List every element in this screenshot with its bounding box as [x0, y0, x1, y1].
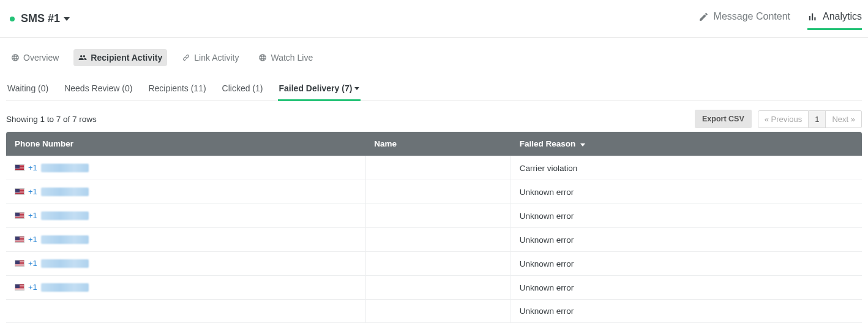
redacted-phone	[41, 188, 89, 196]
us-flag-icon	[15, 164, 24, 171]
subnav-overview[interactable]: Overview	[6, 49, 64, 66]
col-failed-reason[interactable]: Failed Reason	[511, 132, 862, 156]
analytics-label: Analytics	[823, 11, 862, 22]
tab-recipients-label: Recipients (11)	[148, 83, 206, 93]
subnav-recipient-activity[interactable]: Recipient Activity	[73, 49, 167, 66]
pager-prev[interactable]: « Previous	[758, 110, 809, 128]
cell-phone: +1	[6, 227, 365, 251]
phone-link[interactable]: +1	[15, 259, 89, 268]
phone-link[interactable]: +1	[15, 235, 89, 244]
country-code: +1	[28, 211, 37, 220]
pager: « Previous 1 Next »	[758, 110, 862, 128]
cell-name	[365, 275, 511, 299]
table-row: Unknown error	[6, 299, 862, 323]
tab-failed-delivery-label: Failed Delivery (7)	[279, 83, 353, 93]
country-code: +1	[28, 187, 37, 196]
users-icon	[78, 53, 87, 62]
message-content-label: Message Content	[714, 11, 790, 22]
redacted-phone	[41, 211, 89, 220]
tab-needs-review-label: Needs Review (0)	[64, 83, 132, 93]
us-flag-icon	[15, 260, 24, 267]
top-bar-right: Message Content Analytics	[698, 7, 862, 30]
tab-waiting[interactable]: Waiting (0)	[6, 78, 50, 101]
cell-phone: +1	[6, 275, 365, 299]
tab-clicked-label: Clicked (1)	[222, 83, 263, 93]
us-flag-icon	[15, 188, 24, 195]
col-name-label: Name	[374, 139, 397, 148]
subnav-link-activity[interactable]: Link Activity	[177, 49, 244, 66]
cell-failed-reason: Unknown error	[511, 275, 862, 299]
table-row: +1Unknown error	[6, 227, 862, 251]
failed-delivery-table: Phone Number Name Failed Reason +1Carrie…	[6, 132, 862, 323]
cell-name	[365, 156, 511, 180]
cell-name	[365, 180, 511, 204]
phone-link[interactable]: +1	[15, 187, 89, 196]
col-phone-label: Phone Number	[15, 139, 73, 148]
cell-failed-reason: Unknown error	[511, 180, 862, 204]
cell-name	[365, 299, 511, 323]
col-phone[interactable]: Phone Number	[6, 132, 365, 156]
caret-down-icon	[354, 87, 359, 90]
tab-needs-review[interactable]: Needs Review (0)	[63, 78, 133, 101]
tab-clicked[interactable]: Clicked (1)	[221, 78, 264, 101]
table-row: +1Unknown error	[6, 251, 862, 275]
tabs-row: Waiting (0) Needs Review (0) Recipients …	[6, 78, 862, 101]
cell-phone: +1	[6, 180, 365, 204]
table-row: +1Unknown error	[6, 180, 862, 204]
tab-recipients[interactable]: Recipients (11)	[147, 78, 207, 101]
cell-name	[365, 251, 511, 275]
status-indicator	[10, 17, 15, 21]
phone-link[interactable]: +1	[15, 283, 89, 292]
sort-caret-icon	[580, 143, 585, 146]
country-code: +1	[28, 235, 37, 244]
cell-phone: +1	[6, 251, 365, 275]
campaign-title-text: SMS #1	[21, 12, 60, 25]
campaign-title-dropdown[interactable]: SMS #1	[21, 12, 70, 25]
tab-waiting-label: Waiting (0)	[7, 83, 48, 93]
cell-failed-reason: Unknown error	[511, 251, 862, 275]
col-failed-reason-label: Failed Reason	[520, 139, 576, 148]
cell-failed-reason: Carrier violation	[511, 156, 862, 180]
country-code: +1	[28, 259, 37, 268]
subnav-watch-live-label: Watch Live	[271, 53, 313, 63]
bar-chart-icon	[807, 12, 818, 22]
col-name[interactable]: Name	[365, 132, 511, 156]
pager-page-1[interactable]: 1	[809, 110, 826, 128]
phone-link[interactable]: +1	[15, 163, 89, 172]
table-row: +1Unknown error	[6, 204, 862, 227]
top-bar-left: SMS #1	[6, 12, 70, 25]
caret-down-icon	[64, 17, 70, 21]
link-icon	[182, 53, 190, 62]
subnav-link-activity-label: Link Activity	[194, 53, 239, 63]
country-code: +1	[28, 283, 37, 292]
cell-phone: +1	[6, 204, 365, 227]
country-code: +1	[28, 163, 37, 172]
cell-name	[365, 204, 511, 227]
us-flag-icon	[15, 212, 24, 219]
phone-link[interactable]: +1	[15, 211, 89, 220]
pencil-icon	[698, 12, 709, 22]
right-controls: Export CSV « Previous 1 Next »	[695, 110, 862, 128]
cell-name	[365, 227, 511, 251]
redacted-phone	[41, 235, 89, 244]
sub-nav: Overview Recipient Activity Link Activit…	[0, 38, 868, 66]
analytics-link[interactable]: Analytics	[807, 7, 862, 30]
tab-failed-delivery[interactable]: Failed Delivery (7)	[278, 78, 361, 101]
cell-failed-reason: Unknown error	[511, 299, 862, 323]
table-controls: Showing 1 to 7 of 7 rows Export CSV « Pr…	[6, 110, 862, 128]
table-row: +1Unknown error	[6, 275, 862, 299]
us-flag-icon	[15, 236, 24, 243]
globe-icon	[11, 53, 20, 62]
globe-icon	[258, 53, 267, 62]
pager-next[interactable]: Next »	[826, 110, 862, 128]
subnav-watch-live[interactable]: Watch Live	[253, 49, 318, 66]
showing-text: Showing 1 to 7 of 7 rows	[6, 115, 97, 124]
subnav-overview-label: Overview	[23, 53, 59, 63]
cell-phone: +1	[6, 156, 365, 180]
message-content-link[interactable]: Message Content	[698, 7, 790, 30]
top-bar: SMS #1 Message Content Analytics	[0, 0, 868, 38]
export-csv-button[interactable]: Export CSV	[695, 110, 752, 128]
us-flag-icon	[15, 284, 24, 291]
redacted-phone	[41, 283, 89, 292]
table-row: +1Carrier violation	[6, 156, 862, 180]
